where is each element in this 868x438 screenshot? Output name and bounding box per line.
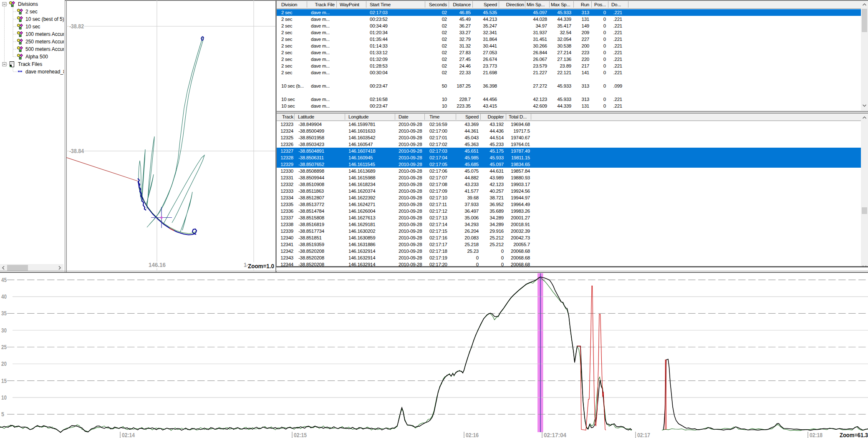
svg-text:30: 30 <box>1 327 7 334</box>
svg-text:02:17:04: 02:17:04 <box>544 431 567 438</box>
svg-text:-38.84: -38.84 <box>69 147 84 154</box>
svg-text:40: 40 <box>1 293 7 300</box>
svg-text:25: 25 <box>1 343 7 350</box>
svg-text:02:18: 02:18 <box>810 431 823 438</box>
svg-text:146.16: 146.16 <box>149 261 166 268</box>
svg-text:5: 5 <box>1 410 4 418</box>
svg-text:10: 10 <box>1 394 7 401</box>
svg-text:Zoom=61.3: Zoom=61.3 <box>840 431 868 438</box>
svg-text:02:16: 02:16 <box>466 431 479 438</box>
svg-text:45: 45 <box>1 276 7 283</box>
svg-text:02:17: 02:17 <box>637 431 650 438</box>
svg-text:15: 15 <box>1 377 7 384</box>
svg-text:02:15: 02:15 <box>294 431 307 438</box>
svg-text:-38.82: -38.82 <box>69 23 84 30</box>
svg-text:02:14: 02:14 <box>122 431 135 438</box>
svg-text:Zoom=1.0: Zoom=1.0 <box>248 263 274 269</box>
svg-text:35: 35 <box>1 310 7 317</box>
svg-text:20: 20 <box>1 360 7 367</box>
